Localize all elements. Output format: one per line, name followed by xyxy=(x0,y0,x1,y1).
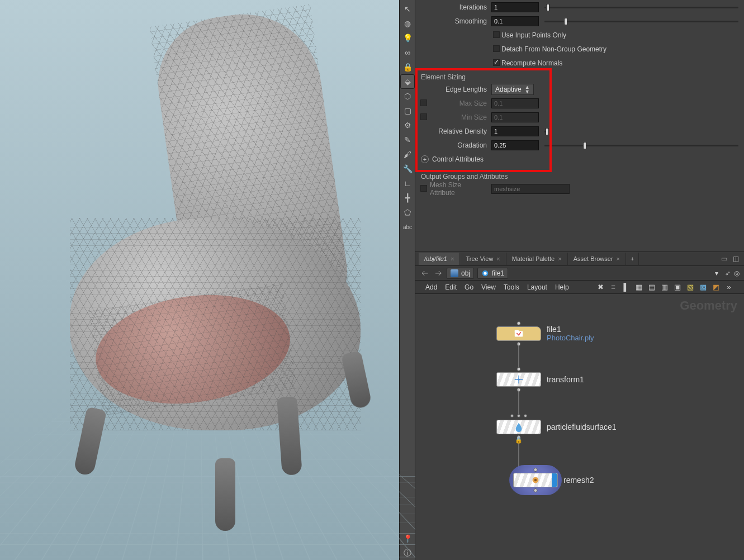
tab-material-palette[interactable]: Material Palette× xyxy=(506,253,568,265)
menu-help[interactable]: Help xyxy=(555,283,569,291)
file-node-icon xyxy=(514,329,524,339)
node-pfs-label: particlefluidsurface1 xyxy=(547,423,617,431)
nav-back-button[interactable]: 🡠 xyxy=(420,269,430,277)
use-input-points-checkbox[interactable] xyxy=(493,31,500,38)
tool-list-icon[interactable]: ≡ xyxy=(608,282,618,292)
gradation-input[interactable] xyxy=(491,140,539,150)
transform-node-icon xyxy=(514,374,524,385)
cursor-icon[interactable]: ↖ xyxy=(401,2,414,16)
lightbulb-icon[interactable]: 💡 xyxy=(401,31,414,45)
ruler-icon[interactable]: ∟ xyxy=(401,177,414,190)
pin-path-icon[interactable]: ➶ xyxy=(725,269,731,277)
target-icon[interactable]: ◎ xyxy=(734,269,740,277)
menu-add[interactable]: Add xyxy=(425,283,437,291)
menu-tools[interactable]: Tools xyxy=(504,283,519,291)
wrench-icon[interactable]: 🔧 xyxy=(401,162,414,175)
globe-icon[interactable]: ◍ xyxy=(401,17,414,30)
mesh-size-attr-checkbox[interactable] xyxy=(420,185,427,192)
mesh-size-attr-input[interactable] xyxy=(491,184,570,194)
iterations-slider[interactable] xyxy=(544,7,738,8)
chair-model xyxy=(42,6,355,520)
link-icon[interactable]: ∞ xyxy=(401,46,414,59)
tool-align-icon[interactable]: ▌ xyxy=(621,282,631,292)
menu-go[interactable]: Go xyxy=(465,283,473,291)
smoothing-input[interactable] xyxy=(491,16,539,26)
control-attributes-label[interactable]: Control Attributes xyxy=(432,155,484,163)
iterations-label: Iterations xyxy=(419,3,491,11)
max-size-input[interactable] xyxy=(491,98,539,108)
network-canvas[interactable]: Geometry file1 PhotoChair.ply xyxy=(415,294,744,560)
poly-icon[interactable]: ⬠ xyxy=(401,206,414,219)
menu-edit[interactable]: Edit xyxy=(445,283,457,291)
chevron-down-icon[interactable]: ▾ xyxy=(712,269,722,277)
node-transform1[interactable] xyxy=(496,372,541,387)
text-icon[interactable]: abc xyxy=(401,220,414,234)
node-remesh2[interactable] xyxy=(513,473,558,487)
context-watermark: Geometry xyxy=(680,298,737,313)
edge-lengths-label: Edge Lengths xyxy=(419,86,491,93)
recompute-normals-label: Recompute Normals xyxy=(501,59,562,67)
tool-grid-icon[interactable]: ▦ xyxy=(634,282,644,292)
breadcrumb-obj[interactable]: obj xyxy=(447,268,474,279)
tab-tree-view[interactable]: Tree View× xyxy=(460,253,506,265)
tool-note-icon[interactable]: ▧ xyxy=(685,282,695,292)
fluid-node-icon xyxy=(514,422,524,432)
mesh-size-attr-label: Mesh Size Attribute xyxy=(429,181,491,197)
tab-asset-browser[interactable]: Asset Browser× xyxy=(568,253,626,265)
split-icon[interactable]: ◫ xyxy=(731,254,741,264)
edge-lengths-dropdown[interactable]: Adaptive ▲▼ xyxy=(491,84,534,95)
tool-color1-icon[interactable]: ▤ xyxy=(647,282,657,292)
tool-snap-icon[interactable]: ▣ xyxy=(672,282,683,292)
node-remesh2-label: remesh2 xyxy=(563,476,594,485)
close-icon[interactable]: × xyxy=(451,255,454,262)
relative-density-input[interactable] xyxy=(491,126,539,136)
min-size-input[interactable] xyxy=(491,112,539,122)
geo-icon xyxy=(481,269,489,277)
gradation-slider[interactable] xyxy=(544,145,738,146)
tool-wrench-icon[interactable]: ✖ xyxy=(595,282,605,292)
detach-non-group-checkbox[interactable] xyxy=(493,45,500,52)
max-size-label: Max Size xyxy=(429,99,491,107)
node-particlefluidsurface1[interactable] xyxy=(496,420,541,434)
gear-icon[interactable]: ⚙ xyxy=(401,118,414,132)
tool-box-icon[interactable]: ◩ xyxy=(711,282,721,292)
magnet-icon[interactable]: ⬙ xyxy=(401,75,414,88)
menu-layout[interactable]: Layout xyxy=(527,283,547,291)
display-flag[interactable] xyxy=(552,473,557,487)
svg-point-4 xyxy=(518,378,520,381)
svg-rect-3 xyxy=(515,330,519,332)
hex-icon[interactable]: ⬡ xyxy=(401,89,414,103)
min-size-checkbox[interactable] xyxy=(420,113,427,120)
node-file1[interactable] xyxy=(496,326,541,341)
min-size-label: Min Size xyxy=(429,113,491,121)
network-path-bar: 🡠 🡢 obj file1 ▾ ➶ ◎ xyxy=(415,266,744,281)
remesh-node-icon xyxy=(530,475,541,485)
maximize-icon[interactable]: ▭ xyxy=(719,254,729,264)
parameters-panel: Iterations Smoothing Use Input Points On… xyxy=(415,0,744,251)
detach-non-group-label: Detach From Non-Group Geometry xyxy=(501,45,606,53)
recompute-normals-checkbox[interactable] xyxy=(493,59,500,66)
axis-icon[interactable]: ╋ xyxy=(401,191,414,205)
iterations-input[interactable] xyxy=(491,2,539,12)
use-input-points-label: Use Input Points Only xyxy=(501,31,566,39)
viewport-3d[interactable] xyxy=(0,0,400,560)
nav-forward-button[interactable]: 🡢 xyxy=(433,269,443,277)
network-tabs: /obj/file1× Tree View× Material Palette×… xyxy=(415,251,744,266)
brush-icon[interactable]: 🖌 xyxy=(401,148,414,161)
tool-chevrons-icon[interactable]: » xyxy=(724,282,734,292)
menu-view[interactable]: View xyxy=(481,283,496,291)
tab-path[interactable]: /obj/file1× xyxy=(419,253,460,265)
smoothing-slider[interactable] xyxy=(544,21,738,22)
tab-add[interactable]: + xyxy=(626,253,639,265)
box-icon[interactable]: ▢ xyxy=(401,104,414,117)
relative-density-slider[interactable] xyxy=(544,131,547,132)
max-size-checkbox[interactable] xyxy=(420,99,427,106)
svg-point-1 xyxy=(484,272,486,274)
lock-icon[interactable]: 🔒 xyxy=(401,60,414,74)
tool-color2-icon[interactable]: ▥ xyxy=(660,282,670,292)
breadcrumb-file1[interactable]: file1 xyxy=(477,268,508,279)
expand-icon[interactable]: + xyxy=(421,155,429,163)
pen-icon[interactable]: ✎ xyxy=(401,133,414,146)
tool-image-icon[interactable]: ▩ xyxy=(698,282,708,292)
smoothing-label: Smoothing xyxy=(419,17,491,25)
